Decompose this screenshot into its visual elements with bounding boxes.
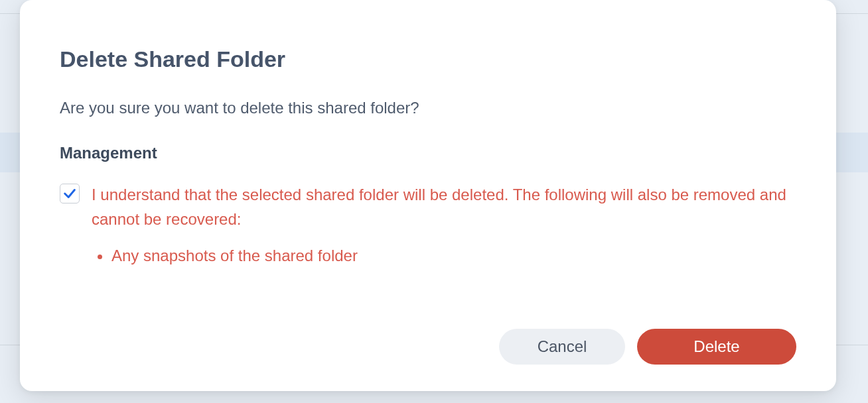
check-icon <box>62 186 77 201</box>
cancel-button[interactable]: Cancel <box>499 329 625 365</box>
section-heading-management: Management <box>60 144 796 162</box>
delete-button[interactable]: Delete <box>637 329 796 365</box>
dialog-footer: Cancel Delete <box>60 329 796 365</box>
delete-shared-folder-dialog: Delete Shared Folder Are you sure you wa… <box>20 0 836 391</box>
acknowledge-row: I understand that the selected shared fo… <box>60 182 796 231</box>
acknowledge-list-item: Any snapshots of the shared folder <box>111 243 796 268</box>
dialog-title: Delete Shared Folder <box>60 46 796 72</box>
dialog-prompt: Are you sure you want to delete this sha… <box>60 99 796 117</box>
acknowledge-checkbox[interactable] <box>60 184 80 203</box>
acknowledge-list: Any snapshots of the shared folder <box>60 243 796 268</box>
acknowledge-text: I understand that the selected shared fo… <box>92 182 796 231</box>
